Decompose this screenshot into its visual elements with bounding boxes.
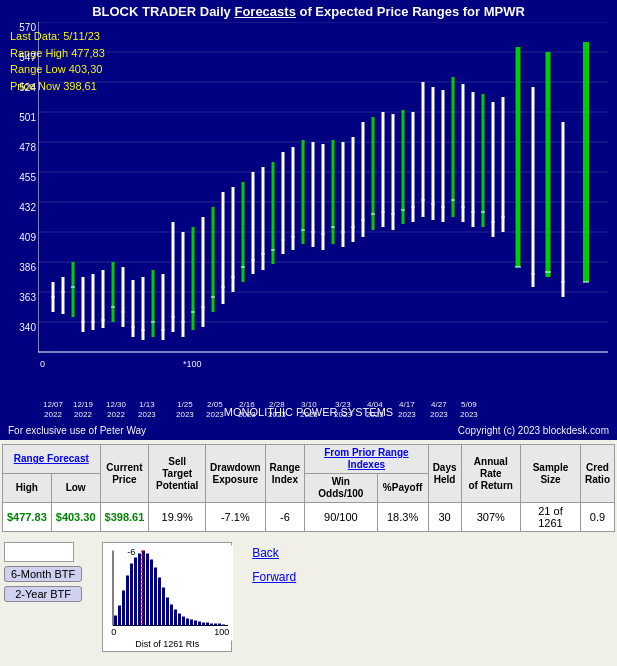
histogram-title: Dist of 1261 RIs [103, 639, 231, 649]
btn-2year-btf[interactable]: 2-Year BTF [4, 586, 82, 602]
nav-links: Back Forward [252, 542, 296, 584]
from-prior-link[interactable]: From Prior Range Indexes [324, 447, 408, 470]
svg-rect-125 [134, 558, 137, 626]
back-link[interactable]: Back [252, 546, 296, 560]
y-label-547: 547 [19, 52, 36, 63]
y-label-570: 570 [19, 22, 36, 33]
th-range-index: RangeIndex [265, 445, 305, 503]
cell-range-index: -6 [265, 503, 305, 532]
th-range-forecast: Range Forecast [3, 445, 101, 474]
y-label-340: 340 [19, 322, 36, 333]
histogram-end-label: 100 [214, 627, 229, 637]
svg-rect-122 [122, 591, 125, 626]
svg-rect-121 [118, 606, 121, 626]
histogram-container: -6 [102, 542, 232, 652]
svg-rect-123 [126, 576, 129, 626]
svg-rect-131 [158, 578, 161, 626]
chart-area: BLOCK TRADER Daily Forecasts of Expected… [0, 0, 617, 440]
th-win-odds: Win Odds/100 [305, 474, 377, 503]
svg-rect-145 [214, 624, 217, 626]
chart-title-part1: BLOCK TRADER Daily [92, 4, 234, 19]
svg-rect-130 [154, 568, 157, 626]
chart-svg: 0 *100 [38, 22, 608, 382]
th-from-prior: From Prior Range Indexes [305, 445, 428, 474]
svg-text:0: 0 [40, 359, 45, 369]
bottom-section: 6-Month BTF 2-Year BTF -6 [0, 536, 617, 658]
svg-rect-140 [194, 621, 197, 626]
cell-annual-rate: 307% [461, 503, 520, 532]
y-label-455: 455 [19, 172, 36, 183]
chart-title-forecasts: Forecasts [234, 4, 295, 19]
cell-days-held: 30 [428, 503, 461, 532]
y-label-386: 386 [19, 262, 36, 273]
svg-rect-133 [166, 598, 169, 626]
cell-sell-target: 19.9% [149, 503, 206, 532]
forecast-table: Range Forecast CurrentPrice Sell TargetP… [2, 444, 615, 532]
chart-title: BLOCK TRADER Daily Forecasts of Expected… [0, 0, 617, 21]
range-forecast-link[interactable]: Range Forecast [14, 453, 89, 464]
btf-controls: 6-Month BTF 2-Year BTF [4, 542, 82, 602]
svg-rect-146 [218, 624, 221, 626]
svg-rect-139 [190, 620, 193, 626]
svg-rect-143 [206, 623, 209, 626]
y-label-432: 432 [19, 202, 36, 213]
th-high: High [3, 474, 52, 503]
svg-rect-141 [198, 622, 201, 626]
th-annual-rate: Annual Rateof Return [461, 445, 520, 503]
chart-footer-left: For exclusive use of Peter Way [8, 425, 146, 436]
cell-range-high: $477.83 [3, 503, 52, 532]
chart-footer-right: Copyright (c) 2023 blockdesk.com [458, 425, 609, 436]
data-table-section: Range Forecast CurrentPrice Sell TargetP… [0, 440, 617, 536]
svg-rect-126 [138, 554, 141, 626]
cell-range-low: $403.30 [51, 503, 100, 532]
svg-rect-144 [210, 624, 213, 626]
th-cred-ratio: CredRatio [580, 445, 614, 503]
histogram-peak-label: -6 [127, 547, 135, 557]
svg-rect-147 [222, 625, 225, 626]
y-label-524: 524 [19, 82, 36, 93]
svg-rect-124 [130, 564, 133, 626]
chart-footer-attribution: For exclusive use of Peter Way Copyright… [0, 425, 617, 436]
cell-cred-ratio: 0.9 [580, 503, 614, 532]
cell-sample-size: 21 of 1261 [520, 503, 580, 532]
th-sell-target: Sell TargetPotential [149, 445, 206, 503]
svg-rect-120 [114, 616, 117, 626]
svg-rect-132 [162, 588, 165, 626]
histogram-start-label: 0 [111, 627, 116, 637]
btn-6month-btf[interactable]: 6-Month BTF [4, 566, 82, 582]
svg-rect-136 [178, 614, 181, 626]
th-drawdown: DrawdownExposure [206, 445, 266, 503]
forward-link[interactable]: Forward [252, 570, 296, 584]
chart-footer-company: MONOLITHIC POWER SYSTEMS [0, 406, 617, 418]
svg-rect-137 [182, 617, 185, 626]
y-label-478: 478 [19, 142, 36, 153]
th-pct-payoff: %Payoff [377, 474, 428, 503]
y-label-363: 363 [19, 292, 36, 303]
th-sample-size: Sample Size [520, 445, 580, 503]
svg-rect-134 [170, 605, 173, 626]
cell-drawdown: -7.1% [206, 503, 266, 532]
svg-rect-129 [150, 560, 153, 626]
y-label-501: 501 [19, 112, 36, 123]
y-axis-labels: 570 547 524 501 478 455 432 409 386 363 … [0, 22, 38, 392]
cell-win-odds: 90/100 [305, 503, 377, 532]
svg-text:*100: *100 [183, 359, 202, 369]
th-current-price: CurrentPrice [100, 445, 149, 503]
svg-rect-135 [174, 610, 177, 626]
chart-title-part2: of Expected Price Ranges for MPWR [296, 4, 525, 19]
cell-current-price: $398.61 [100, 503, 149, 532]
ticker-input[interactable] [4, 542, 74, 562]
y-label-409: 409 [19, 232, 36, 243]
svg-rect-128 [146, 554, 149, 626]
th-low: Low [51, 474, 100, 503]
th-days-held: DaysHeld [428, 445, 461, 503]
svg-rect-138 [186, 619, 189, 626]
cell-pct-payoff: 18.3% [377, 503, 428, 532]
svg-rect-142 [202, 623, 205, 626]
